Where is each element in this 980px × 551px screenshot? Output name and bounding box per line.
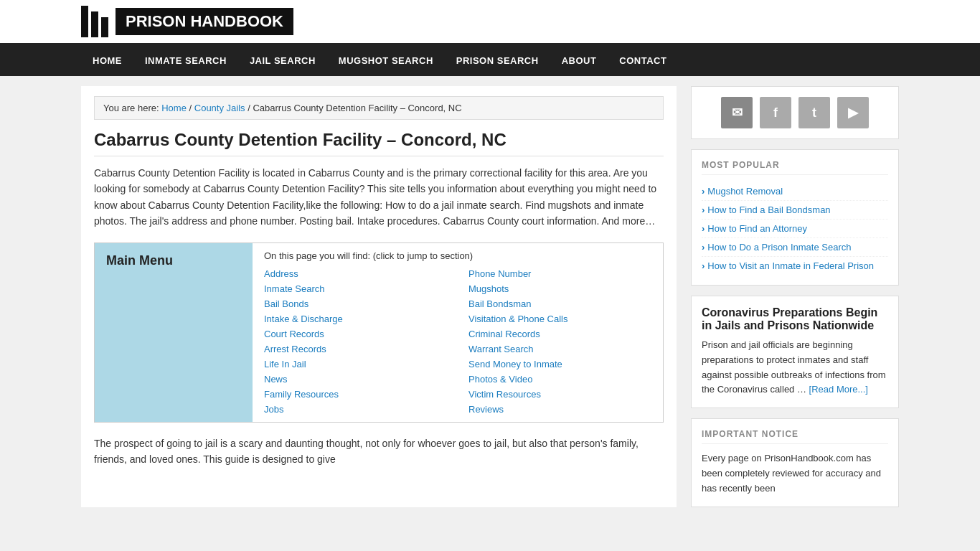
most-popular-heading: MOST POPULAR xyxy=(702,160,888,175)
nav-item-home[interactable]: HOME xyxy=(81,45,133,76)
list-item: Mugshot Removal xyxy=(702,182,888,201)
nav-item-jail-search[interactable]: JAIL SEARCH xyxy=(238,45,327,76)
list-item: How to Find an Attorney xyxy=(702,220,888,238)
menu-link-address[interactable]: Address xyxy=(264,268,447,279)
main-nav: HOME INMATE SEARCH JAIL SEARCH MUGSHOT S… xyxy=(0,45,980,76)
menu-link-send-money[interactable]: Send Money to Inmate xyxy=(468,359,651,369)
list-item: How to Do a Prison Inmate Search xyxy=(702,238,888,257)
breadcrumb: You are here: Home / County Jails / Caba… xyxy=(94,96,664,120)
menu-link-victim[interactable]: Victim Resources xyxy=(468,389,651,400)
popular-link-prison-search[interactable]: How to Do a Prison Inmate Search xyxy=(707,242,851,253)
main-layout: You are here: Home / County Jails / Caba… xyxy=(74,76,906,517)
menu-link-reviews[interactable]: Reviews xyxy=(468,404,651,415)
page-title: Cabarrus County Detention Facility – Con… xyxy=(94,130,664,156)
nav-item-prison-search[interactable]: PRISON SEARCH xyxy=(445,45,550,76)
menu-title: Main Menu xyxy=(95,243,253,422)
youtube-social-button[interactable]: ▶ xyxy=(837,97,869,128)
popular-link-bail[interactable]: How to Find a Bail Bondsman xyxy=(707,204,830,215)
menu-link-inmate-search[interactable]: Inmate Search xyxy=(264,283,447,294)
breadcrumb-home[interactable]: Home xyxy=(161,103,187,113)
breadcrumb-current: Cabarrus County Detention Facility – Con… xyxy=(253,103,461,113)
intro-text: Cabarrus County Detention Facility is lo… xyxy=(94,165,664,230)
menu-link-news[interactable]: News xyxy=(264,374,447,385)
popular-link-attorney[interactable]: How to Find an Attorney xyxy=(707,223,807,234)
main-content: You are here: Home / County Jails / Caba… xyxy=(81,86,677,507)
menu-link-jobs[interactable]: Jobs xyxy=(264,404,447,415)
menu-link-life-in-jail[interactable]: Life In Jail xyxy=(264,359,447,369)
twitter-social-button[interactable]: t xyxy=(798,97,830,128)
breadcrumb-prefix: You are here: xyxy=(103,103,159,113)
nav-item-contact[interactable]: CONTACT xyxy=(608,45,678,76)
menu-link-warrant-search[interactable]: Warrant Search xyxy=(468,344,651,354)
popular-link-mugshot[interactable]: Mugshot Removal xyxy=(707,186,783,197)
menu-links: On this page you will find: (click to ju… xyxy=(253,243,663,422)
menu-desc: On this page you will find: (click to ju… xyxy=(264,250,651,261)
facebook-social-button[interactable]: f xyxy=(760,97,791,128)
menu-link-visitation[interactable]: Visitation & Phone Calls xyxy=(468,314,651,324)
news-box: Coronavirus Preparations Begin in Jails … xyxy=(691,296,899,408)
list-item: How to Visit an Inmate in Federal Prison xyxy=(702,257,888,275)
read-more-link[interactable]: [Read More...] xyxy=(809,384,868,395)
news-text: Prison and jail officials are beginning … xyxy=(702,338,888,397)
nav-item-about[interactable]: ABOUT xyxy=(550,45,608,76)
nav-item-mugshot-search[interactable]: MUGSHOT SEARCH xyxy=(327,45,445,76)
logo-bars-icon xyxy=(81,6,108,37)
menu-box: Main Menu On this page you will find: (c… xyxy=(94,242,664,423)
menu-link-court-records[interactable]: Court Records xyxy=(264,329,447,339)
menu-link-photos[interactable]: Photos & Video xyxy=(468,374,651,385)
notice-text: Every page on PrisonHandbook.com has bee… xyxy=(702,451,888,496)
site-name: PRISON HANDBOOK xyxy=(116,8,293,35)
news-title: Coronavirus Preparations Begin in Jails … xyxy=(702,306,888,332)
nav-item-inmate-search[interactable]: INMATE SEARCH xyxy=(133,45,238,76)
notice-box: IMPORTANT NOTICE Every page on PrisonHan… xyxy=(691,418,899,507)
email-social-button[interactable]: ✉ xyxy=(721,97,753,128)
social-links: ✉ f t ▶ xyxy=(691,86,899,139)
menu-link-bail-bonds[interactable]: Bail Bonds xyxy=(264,298,447,309)
menu-link-criminal-records[interactable]: Criminal Records xyxy=(468,329,651,339)
sidebar: ✉ f t ▶ MOST POPULAR Mugshot Removal How… xyxy=(691,86,899,507)
breadcrumb-county-jails[interactable]: County Jails xyxy=(194,103,245,113)
most-popular-list: Mugshot Removal How to Find a Bail Bonds… xyxy=(702,182,888,275)
menu-link-family[interactable]: Family Resources xyxy=(264,389,447,400)
menu-link-phone[interactable]: Phone Number xyxy=(468,268,651,279)
menu-link-mugshots[interactable]: Mugshots xyxy=(468,283,651,294)
site-logo[interactable]: PRISON HANDBOOK xyxy=(81,6,293,37)
site-header: PRISON HANDBOOK xyxy=(0,0,980,45)
most-popular-box: MOST POPULAR Mugshot Removal How to Find… xyxy=(691,149,899,286)
bottom-text: The prospect of going to jail is a scary… xyxy=(94,435,664,468)
menu-link-intake[interactable]: Intake & Discharge xyxy=(264,314,447,324)
popular-link-visit[interactable]: How to Visit an Inmate in Federal Prison xyxy=(707,260,874,271)
notice-heading: IMPORTANT NOTICE xyxy=(702,429,888,444)
list-item: How to Find a Bail Bondsman xyxy=(702,201,888,220)
menu-link-arrest-records[interactable]: Arrest Records xyxy=(264,344,447,354)
menu-link-bail-bondsman[interactable]: Bail Bondsman xyxy=(468,298,651,309)
